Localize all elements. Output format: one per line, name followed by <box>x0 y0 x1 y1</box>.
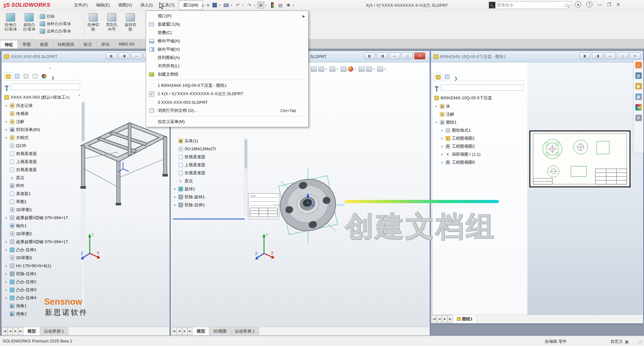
window-close-button[interactable]: ✕ <box>630 53 640 59</box>
restore-button[interactable]: ❐ <box>607 2 611 7</box>
undo-icon[interactable]: ↶ <box>234 2 241 9</box>
tab-scroll-next[interactable]: ▶ <box>442 315 448 323</box>
window-menu-item[interactable]: 排列图标(A) <box>146 54 308 62</box>
tab-scroll-prev[interactable]: ◀ <box>177 327 182 335</box>
options-gear-icon-dropdown[interactable]: ▾ <box>293 4 295 7</box>
tree-item[interactable]: ▸▢图纸格式1 <box>434 126 525 134</box>
ribbon-tab-曲面[interactable]: 曲面 <box>36 40 53 48</box>
taskpane-custom-properties-icon[interactable]: ⚙ <box>635 115 642 121</box>
view-orientation-icon-dropdown[interactable]: ▾ <box>326 68 328 70</box>
redo-icon-dropdown[interactable]: ▾ <box>254 4 256 7</box>
window-menu-item[interactable]: 创建文档组 <box>146 70 308 78</box>
taskpane-design-library-icon[interactable]: ▤ <box>635 72 642 79</box>
close-button[interactable]: ✕ <box>616 2 620 7</box>
tree-filter[interactable] <box>434 84 524 91</box>
flange-model-viewport[interactable] <box>274 168 345 243</box>
tree-item[interactable]: ▸切除-旋转1 <box>173 193 247 201</box>
home-icon[interactable]: ⌂ <box>180 2 187 9</box>
search-dropdown-icon[interactable]: ▾ <box>569 4 572 7</box>
ribbon-button-boss-extrude[interactable]: 拉伸凸台/基体 <box>1 12 20 38</box>
monitor-icon[interactable] <box>377 66 383 72</box>
window-menu-item[interactable]: 横向平铺(H) <box>146 37 308 45</box>
tree-item[interactable]: 上视基准面 <box>173 161 247 169</box>
undo-icon-dropdown[interactable]: ▾ <box>242 4 245 7</box>
tab-scroll-next[interactable]: ▶ <box>182 327 187 335</box>
tab-scroll-next[interactable]: ▶ <box>13 327 18 335</box>
menu-f[interactable]: 文件(F) <box>70 1 92 10</box>
window-menu-item[interactable]: 纵向平铺(V) <box>146 45 308 54</box>
window-menu-item[interactable]: 自定义菜单(M) <box>146 118 308 126</box>
tree-item[interactable]: ▸凸台-拉伸2 <box>4 278 81 286</box>
tree-item[interactable]: 33D草图1 <box>4 206 81 214</box>
doc-tab-图纸1[interactable]: 图纸1 <box>453 315 477 323</box>
tree-item[interactable]: ▸凸台-拉伸3 <box>4 286 81 294</box>
drawing-tab-icon[interactable] <box>434 73 442 81</box>
tree-item[interactable]: ▸切除-拉伸1 <box>4 270 81 278</box>
tree-item[interactable]: ▸I超厚超重h型钢 375×394×17. <box>4 214 81 222</box>
save-icon[interactable] <box>211 2 218 9</box>
taskpane-view-palette-icon[interactable]: ▦ <box>635 94 642 100</box>
view-settings-icon-dropdown[interactable]: ▾ <box>373 68 376 70</box>
featuremanager-tab-icon[interactable] <box>4 72 12 80</box>
ribbon-tab-草图[interactable]: 草图 <box>18 40 36 48</box>
tree-item[interactable]: 上视基准面 <box>4 158 81 166</box>
ribbon-button-cut-revolve[interactable]: 旋转切除 <box>121 12 140 38</box>
tab-scroll-first[interactable]: |◀ <box>431 315 437 323</box>
tab-scroll-last[interactable]: ▶| <box>187 327 193 335</box>
rollback-bar[interactable] <box>173 218 245 219</box>
tree-item[interactable]: ▸I超厚超重h型钢 375×394×17. <box>4 238 81 246</box>
monitor-icon-dropdown[interactable]: ▾ <box>384 68 387 70</box>
hide-show-icon[interactable] <box>341 66 347 72</box>
tab-scroll-last[interactable]: ▶| <box>448 315 453 323</box>
propertymanager-tab-icon[interactable] <box>13 72 21 80</box>
tab-scroll-last[interactable]: ▶| <box>18 327 24 335</box>
search-icon[interactable] <box>565 4 568 7</box>
ribbon-button-hole-wizard[interactable]: 异型孔向导 <box>103 12 121 38</box>
window-menu-item[interactable]: ✓2 X(X / X)"XXXX-XXXXXXX-X-X法兰.SLDPRT <box>146 90 308 98</box>
dimxpert-tab-icon[interactable] <box>31 72 39 80</box>
tree-item[interactable]: 右视基准面 <box>173 169 247 177</box>
tree-item[interactable]: 草图1 <box>4 198 81 206</box>
command-search[interactable]: >_ 搜索命令 ▾ <box>488 1 572 9</box>
window-minimize-button[interactable]: — <box>131 53 142 59</box>
tab-scroll-prev[interactable]: ◀ <box>437 315 442 323</box>
tree-item[interactable]: L原点 <box>173 177 247 185</box>
tree-item[interactable]: M镜向1 <box>4 222 81 230</box>
rebuild-traffic-icon[interactable] <box>269 2 276 9</box>
select-cursor-icon-dropdown[interactable]: ▾ <box>265 4 268 7</box>
scene-icon[interactable] <box>359 66 365 72</box>
tree-item[interactable]: ▸凸台-拉伸1 <box>4 246 81 254</box>
menu-e[interactable]: 编辑(E) <box>92 1 114 10</box>
tree-item[interactable]: ▣实体(1) <box>173 137 247 145</box>
propertymanager-tab-icon[interactable] <box>443 73 451 81</box>
ribbon-button-boss-revolve[interactable]: 旋转凸台/基体 <box>20 12 38 38</box>
minimize-button[interactable]: — <box>598 2 602 7</box>
tab-scroll-first[interactable]: |◀ <box>171 327 177 335</box>
ribbon-button-cut-extrude[interactable]: 拉伸切除 <box>84 12 103 38</box>
ribbon-button-loft[interactable]: 放样凸台/基体 <box>40 21 71 27</box>
doc-tab-3D视图[interactable]: 3D视图 <box>209 327 231 335</box>
ribbon-tab-评估[interactable]: 评估 <box>97 40 114 48</box>
tree-item[interactable]: 33D草图3 <box>4 254 81 262</box>
tree-root-item[interactable]: 600HZ44X-10Q-00-5下压盖 <box>434 94 525 102</box>
drawing-sheet[interactable] <box>529 130 631 187</box>
split-left-button[interactable]: ◧ <box>580 53 590 59</box>
redo-icon[interactable]: ↷ <box>246 2 253 9</box>
appearance-ball-icon[interactable] <box>348 66 353 72</box>
doc-tab-模型[interactable]: 模型 <box>193 327 209 335</box>
window-restore-button[interactable]: ▢ <box>617 53 628 59</box>
window-minimize-button[interactable]: — <box>389 53 400 59</box>
tree-item[interactable]: A注解 <box>434 110 525 118</box>
split-left-button[interactable]: ◧ <box>364 53 375 59</box>
tree-item[interactable]: ≡0Cr18Ni12Mo2Ti <box>173 145 247 153</box>
open-icon-dropdown[interactable]: ▾ <box>208 4 210 7</box>
tree-collapse-arrow[interactable]: ^ <box>78 93 80 98</box>
tree-scrollbar[interactable] <box>244 139 248 216</box>
ribbon-button-sweep[interactable]: 扫描 <box>40 13 71 20</box>
taskpane-appearances-icon[interactable]: ● <box>635 104 642 111</box>
window-menu-item[interactable]: 新建窗口(N) <box>146 20 308 29</box>
tree-item[interactable]: L原点 <box>4 174 81 182</box>
select-cursor-icon[interactable]: ➤ <box>257 2 264 9</box>
expand-panel-icon[interactable]: ❯ <box>51 76 54 80</box>
window-menu-item[interactable]: 关闭所有(L) <box>146 62 308 70</box>
